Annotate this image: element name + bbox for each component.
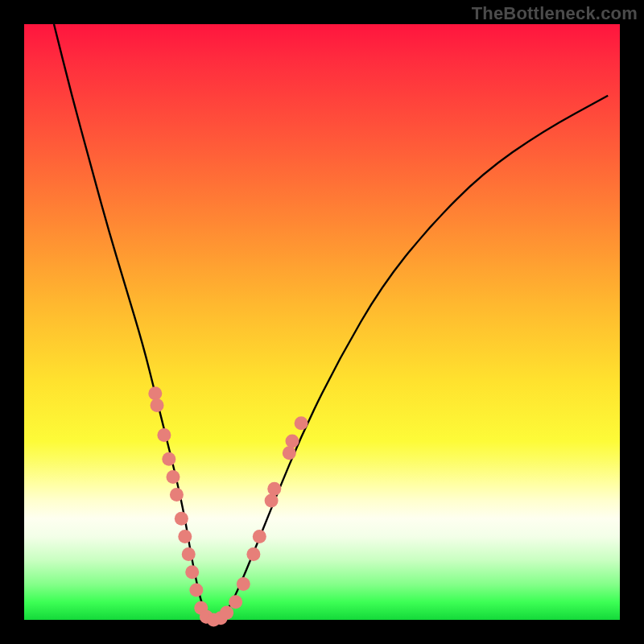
data-marker: [246, 547, 260, 561]
data-marker: [148, 386, 162, 400]
data-marker: [267, 482, 281, 496]
chart-frame: TheBottleneck.com: [0, 0, 644, 644]
data-marker: [220, 606, 233, 620]
data-marker: [162, 452, 175, 466]
data-marker: [185, 565, 199, 579]
data-marker: [253, 530, 266, 543]
data-marker: [237, 577, 250, 591]
data-marker: [286, 435, 299, 448]
data-marker: [189, 584, 203, 597]
curve-path: [54, 24, 608, 620]
data-marker: [182, 547, 196, 561]
data-marker: [283, 446, 296, 460]
data-marker: [151, 398, 164, 412]
data-marker: [229, 595, 242, 609]
data-marker: [295, 416, 308, 430]
chart-svg: [24, 24, 620, 620]
data-marker: [167, 470, 180, 484]
data-marker: [170, 488, 184, 502]
data-marker: [265, 494, 279, 508]
data-marker: [175, 512, 188, 526]
curve-markers: [148, 386, 308, 626]
data-marker: [157, 428, 171, 442]
watermark-text: TheBottleneck.com: [472, 3, 638, 24]
data-marker: [178, 530, 192, 543]
plot-area: [24, 24, 620, 620]
